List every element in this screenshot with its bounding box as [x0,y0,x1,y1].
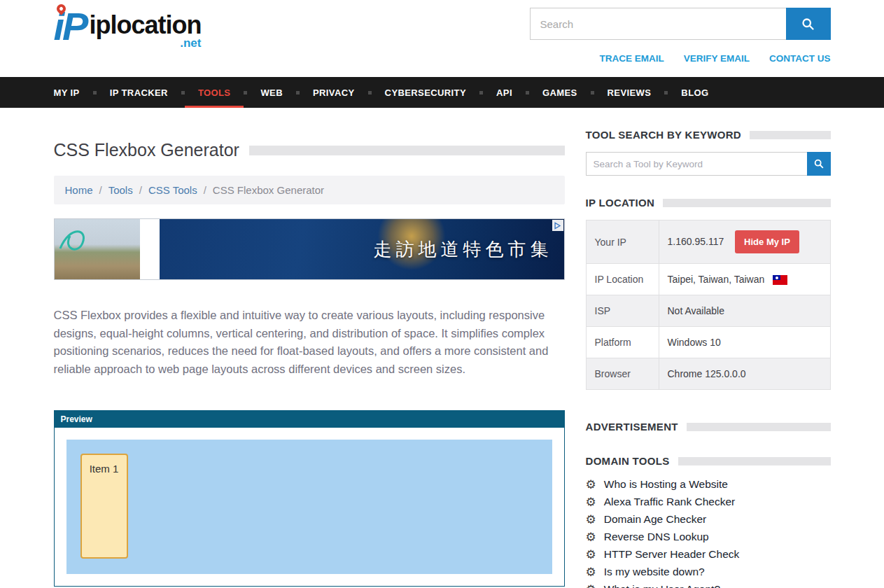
trace-email-link[interactable]: TRACE EMAIL [599,53,664,64]
site-search-button[interactable] [786,8,831,40]
domain-tool-link[interactable]: What is my User Agent? [604,583,720,588]
your-ip-value: 1.160.95.117 [668,236,724,247]
site-search [530,8,831,40]
page-title: CSS Flexbox Generator [54,140,239,160]
taiwan-flag-icon [773,275,787,285]
tool-search-input[interactable] [586,152,807,176]
domain-tools-list: ⚙ Who is Hosting a Website ⚙ Alexa Traff… [586,478,831,588]
your-ip-label: Your IP [586,220,659,264]
ad-banner[interactable]: 走訪地道特色市集 [54,218,565,280]
breadcrumb-tools[interactable]: Tools [108,184,133,196]
table-row: Your IP 1.160.95.117 Hide My IP [586,220,830,264]
search-icon [813,158,825,169]
logo[interactable]: iP iplocation .net [54,7,202,64]
table-row: Platform Windows 10 [586,327,830,358]
contact-us-link[interactable]: CONTACT US [769,53,831,64]
platform-label: Platform [586,327,659,358]
gear-icon: ⚙ [586,584,596,588]
ip-location-heading: IP LOCATION [586,197,655,209]
logo-text: iplocation .net [89,13,201,50]
tool-search-button[interactable] [807,152,831,176]
breadcrumb-separator: / [204,184,206,196]
header-links: TRACE EMAIL VERIFY EMAIL CONTACT US [530,53,831,64]
preview-flex-item[interactable]: Item 1 [80,454,128,559]
nav-item-ip-tracker[interactable]: IP TRACKER [97,77,181,108]
advertisement-heading: ADVERTISEMENT [586,421,678,433]
domain-tool-link[interactable]: Who is Hosting a Website [604,478,728,491]
title-decorative-bar [249,146,565,155]
table-row: Browser Chrome 125.0.0.0 [586,358,830,390]
ad-photo-main: 走訪地道特色市集 [160,219,564,279]
nav-item-my-ip[interactable]: MY IP [54,77,93,108]
isp-value: Not Available [659,295,830,327]
gear-icon: ⚙ [586,566,596,578]
logo-suffix: .net [180,36,201,50]
adchoices-icon[interactable] [552,220,563,231]
ip-location-value-cell: Taipei, Taiwan, Taiwan [659,264,830,295]
ip-location-table: Your IP 1.160.95.117 Hide My IP IP Locat… [586,220,831,390]
gear-icon: ⚙ [586,496,596,508]
browser-value: Chrome 125.0.0.0 [659,358,830,390]
breadcrumb-separator: / [99,184,102,196]
breadcrumb-css-tools[interactable]: CSS Tools [148,184,197,196]
list-item: ⚙ Alexa Traffic Rank Checker [586,496,831,508]
preview-flex-container: Item 1 [66,440,552,574]
site-header: iP iplocation .net [0,0,884,77]
preview-header-label: Preview [55,411,564,428]
breadcrumb-separator: / [139,184,142,196]
nav-item-web[interactable]: WEB [247,77,296,108]
domain-tool-link[interactable]: Domain Age Checker [604,513,706,526]
nav-item-games[interactable]: GAMES [529,77,591,108]
nav-item-privacy[interactable]: PRIVACY [300,77,368,108]
tool-description: CSS Flexbox provides a flexible and intu… [54,307,565,378]
domain-tool-link[interactable]: Alexa Traffic Rank Checker [604,496,736,508]
heading-decorative-bar [750,131,831,139]
gear-icon: ⚙ [586,479,596,491]
logo-ip-mark: iP [54,7,90,46]
nav-item-cybersecurity[interactable]: CYBERSECURITY [372,77,479,108]
platform-value: Windows 10 [659,327,830,358]
ip-location-value: Taipei, Taiwan, Taiwan [668,274,765,285]
search-icon [801,17,815,31]
nav-item-api[interactable]: API [483,77,526,108]
main-nav: MY IP IP TRACKER TOOLS WEB PRIVACY CYBER… [0,77,884,108]
table-row: IP Location Taipei, Taiwan, Taiwan [586,264,830,295]
gear-icon: ⚙ [586,549,596,561]
domain-tool-link[interactable]: HTTP Server Header Check [604,548,740,561]
domain-tool-link[interactable]: Reverse DNS Lookup [604,531,709,543]
list-item: ⚙ HTTP Server Header Check [586,548,831,561]
heading-decorative-bar [687,423,831,431]
main-content: CSS Flexbox Generator Home/Tools/CSS Too… [54,129,565,588]
isp-label: ISP [586,295,659,327]
nav-item-blog[interactable]: BLOG [668,77,722,108]
page: iP iplocation .net [0,0,884,588]
location-pin-icon [55,2,67,15]
ad-decorative-squiggle [55,219,140,279]
header-right: TRACE EMAIL VERIFY EMAIL CONTACT US [530,7,831,64]
flexbox-preview: Preview Item 1 [54,410,565,587]
nav-item-tools[interactable]: TOOLS [185,77,244,108]
verify-email-link[interactable]: VERIFY EMAIL [684,53,750,64]
ad-gap [140,219,160,279]
list-item: ⚙ What is my User Agent? [586,583,831,588]
browser-label: Browser [586,358,659,390]
ad-photo-left [55,219,140,279]
breadcrumb: Home/Tools/CSS Tools/CSS Flexbox Generat… [54,176,565,204]
heading-decorative-bar [663,199,830,207]
tool-search-heading: TOOL SEARCH BY KEYWORD [586,129,741,141]
tool-search [586,152,831,176]
logo-word: iplocation [89,13,201,38]
gear-icon: ⚙ [586,531,596,543]
heading-decorative-bar [678,457,831,465]
list-item: ⚙ Is my website down? [586,566,831,578]
domain-tool-link[interactable]: Is my website down? [604,566,705,578]
breadcrumb-current: CSS Flexbox Generator [213,184,324,196]
site-search-input[interactable] [530,8,786,40]
domain-tools-heading: DOMAIN TOOLS [586,455,670,467]
hide-my-ip-button[interactable]: Hide My IP [735,230,799,253]
preview-body: Item 1 [55,428,564,586]
ad-headline: 走訪地道特色市集 [374,237,553,262]
breadcrumb-home[interactable]: Home [65,184,93,196]
your-ip-value-cell: 1.160.95.117 Hide My IP [659,220,830,264]
nav-item-reviews[interactable]: REVIEWS [594,77,665,108]
